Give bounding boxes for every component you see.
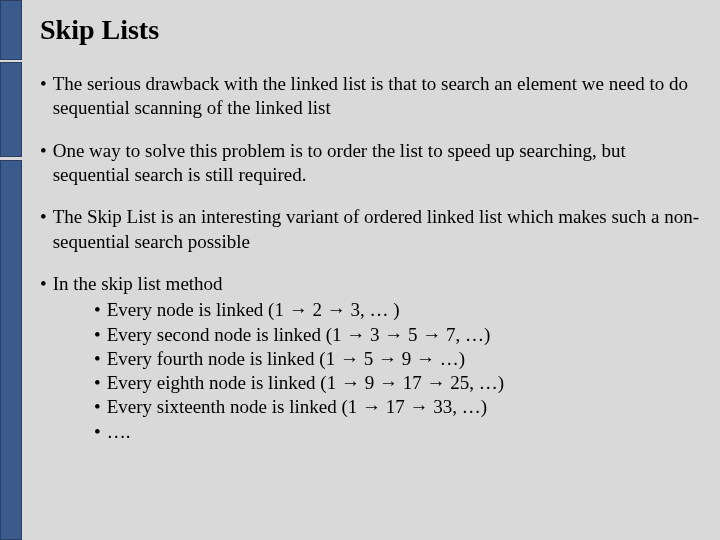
text-fragment: Every fourth node is linked (1 [107,348,340,369]
sub-bullet-text: Every fourth node is linked (1 → 5 → 9 →… [107,347,465,371]
sub-bullet-text: Every second node is linked (1 → 3 → 5 →… [107,323,491,347]
bullet-item: • The Skip List is an interesting varian… [40,205,702,254]
text-fragment: 9 [360,372,379,393]
sub-bullet-item: • Every second node is linked (1 → 3 → 5… [94,323,702,347]
arrow-icon: → [346,324,365,345]
sub-bullet-item: • Every sixteenth node is linked (1 → 17… [94,395,702,419]
bullet-dot: • [40,72,47,121]
sub-bullet-item: • …. [94,420,702,444]
bullet-dot: • [40,272,47,296]
text-fragment: 17 [381,396,410,417]
slide-content: • The serious drawback with the linked l… [40,72,702,444]
text-fragment: 2 [308,299,327,320]
accent-bar [0,62,22,157]
bullet-dot: • [94,298,101,322]
text-fragment: Every eighth node is linked (1 [107,372,341,393]
text-fragment: 9 [397,348,416,369]
sub-bullet-text: Every sixteenth node is linked (1 → 17 →… [107,395,487,419]
bullet-dot: • [94,395,101,419]
side-accent-bars [0,0,34,540]
text-fragment: 5 [403,324,422,345]
text-fragment: Every sixteenth node is linked (1 [107,396,362,417]
text-fragment: …) [435,348,465,369]
bullet-text: The serious drawback with the linked lis… [53,72,702,121]
bullet-item: • One way to solve this problem is to or… [40,139,702,188]
arrow-icon: → [416,348,435,369]
sub-bullet-text: Every node is linked (1 → 2 → 3, … ) [107,298,400,322]
slide-body: Skip Lists • The serious drawback with t… [34,0,720,540]
text-fragment: 33, …) [429,396,488,417]
text-fragment: 3, … ) [346,299,400,320]
bullet-dot: • [40,205,47,254]
arrow-icon: → [341,372,360,393]
arrow-icon: → [426,372,445,393]
sub-bullet-list: • Every node is linked (1 → 2 → 3, … ) •… [94,298,702,444]
bullet-text: In the skip list method [53,272,702,296]
arrow-icon: → [289,299,308,320]
bullet-item: • The serious drawback with the linked l… [40,72,702,121]
arrow-icon: → [340,348,359,369]
arrow-icon: → [362,396,381,417]
arrow-icon: → [327,299,346,320]
bullet-dot: • [94,420,101,444]
accent-bar [0,0,22,60]
arrow-icon: → [410,396,429,417]
arrow-icon: → [378,348,397,369]
sub-bullet-item: • Every node is linked (1 → 2 → 3, … ) [94,298,702,322]
text-fragment: 7, …) [441,324,490,345]
sub-bullet-item: • Every fourth node is linked (1 → 5 → 9… [94,347,702,371]
sub-bullet-text: …. [107,420,131,444]
text-fragment: 17 [398,372,427,393]
sub-bullet-text: Every eighth node is linked (1 → 9 → 17 … [107,371,504,395]
text-fragment: 3 [365,324,384,345]
arrow-icon: → [379,372,398,393]
arrow-icon: → [384,324,403,345]
accent-bar [0,160,22,540]
bullet-dot: • [40,139,47,188]
slide-title: Skip Lists [40,14,702,46]
text-fragment: 5 [359,348,378,369]
bullet-dot: • [94,371,101,395]
text-fragment: 25, …) [445,372,504,393]
bullet-text: One way to solve this problem is to orde… [53,139,702,188]
bullet-dot: • [94,323,101,347]
bullet-dot: • [94,347,101,371]
text-fragment: Every node is linked (1 [107,299,289,320]
sub-bullet-item: • Every eighth node is linked (1 → 9 → 1… [94,371,702,395]
bullet-item: • In the skip list method [40,272,702,296]
arrow-icon: → [422,324,441,345]
bullet-text: The Skip List is an interesting variant … [53,205,702,254]
text-fragment: Every second node is linked (1 [107,324,347,345]
